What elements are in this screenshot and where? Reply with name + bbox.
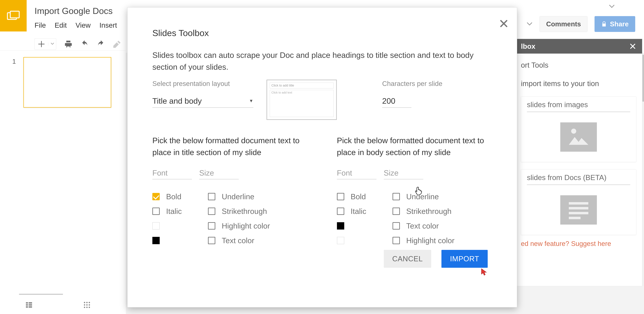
- filmstrip-indicator: [19, 294, 63, 295]
- image-placeholder-icon: [560, 122, 597, 152]
- card-create-from-images[interactable]: slides from images: [521, 96, 636, 162]
- body-underline-checkbox[interactable]: Underline: [392, 192, 492, 201]
- svg-rect-1: [10, 11, 19, 18]
- dialog-footer: CANCEL IMPORT: [384, 250, 488, 268]
- card-underline: [527, 112, 630, 112]
- body-size-input[interactable]: Size: [384, 168, 423, 179]
- bottom-view-controls: [25, 301, 91, 309]
- svg-point-2: [84, 302, 85, 303]
- menu-insert[interactable]: Insert: [100, 21, 117, 29]
- dialog-description: Slides toolbox can auto scrape your Doc …: [152, 49, 482, 73]
- title-swatch-light[interactable]: [152, 222, 160, 230]
- side-panel-header: lbox: [515, 39, 642, 54]
- side-panel-body: ort Tools import items to your tion slid…: [515, 54, 642, 255]
- checkbox-label: Strikethrough: [222, 207, 267, 216]
- checkbox-label: Underline: [222, 192, 254, 201]
- body-textcolor-checkbox[interactable]: Text color: [392, 222, 492, 230]
- document-title[interactable]: Import Google Docs: [34, 6, 113, 16]
- undo-icon[interactable]: [80, 40, 89, 48]
- chevron-down-icon[interactable]: [609, 4, 615, 8]
- toolbar-divider: [0, 50, 126, 51]
- close-icon[interactable]: [629, 43, 636, 50]
- paint-format-icon[interactable]: [113, 40, 121, 48]
- title-font-input[interactable]: Font: [152, 168, 192, 179]
- card-create-from-docs[interactable]: slides from Docs (BETA): [521, 169, 636, 235]
- print-icon[interactable]: [64, 40, 72, 48]
- title-textcolor-checkbox[interactable]: Text color: [208, 236, 308, 245]
- grid-view-icon[interactable]: [83, 301, 91, 309]
- body-highlight-checkbox[interactable]: Highlight color: [392, 236, 492, 245]
- title-swatch-dark[interactable]: [152, 237, 160, 244]
- app-brand: [0, 0, 27, 32]
- chevron-down-icon[interactable]: [526, 21, 532, 27]
- side-panel-scrollbar[interactable]: [642, 54, 644, 286]
- menu-file[interactable]: File: [34, 21, 46, 29]
- svg-point-11: [571, 129, 576, 134]
- svg-rect-13: [569, 207, 588, 210]
- scrollbar-thumb[interactable]: [642, 55, 644, 102]
- dialog-title: Slides Toolbox: [152, 28, 492, 38]
- title-highlight-checkbox[interactable]: Highlight color: [208, 222, 308, 230]
- title-section-heading: Pick the below formatted document text t…: [152, 134, 308, 158]
- title-underline-checkbox[interactable]: Underline: [208, 192, 308, 201]
- layout-label: Select presentation layout: [152, 80, 253, 88]
- share-button[interactable]: Share: [594, 16, 635, 32]
- layout-preview-title: Click to add title: [270, 82, 334, 88]
- checkbox-label: Italic: [166, 207, 182, 216]
- header-right: Comments Share: [526, 16, 635, 32]
- close-icon[interactable]: [500, 19, 508, 28]
- checkbox-label: Bold: [166, 192, 181, 201]
- redo-icon[interactable]: [97, 40, 105, 48]
- body-font-input[interactable]: Font: [337, 168, 376, 179]
- checkbox-label: Highlight color: [406, 236, 454, 245]
- import-button[interactable]: IMPORT: [442, 250, 488, 268]
- svg-rect-12: [569, 202, 588, 205]
- slide-thumbnail[interactable]: [24, 57, 111, 108]
- new-slide-button[interactable]: [34, 38, 56, 50]
- svg-point-9: [86, 307, 88, 308]
- layout-field: Select presentation layout Title and bod…: [152, 80, 253, 108]
- plus-icon: [37, 40, 46, 48]
- menu-view[interactable]: View: [76, 21, 90, 29]
- layout-select[interactable]: Title and body ▼: [152, 96, 253, 108]
- filmstrip-view-icon[interactable]: [25, 301, 33, 309]
- card-title-images: slides from images: [527, 100, 630, 109]
- checkbox-label: Text color: [406, 222, 439, 230]
- svg-point-7: [89, 304, 90, 306]
- arrow-cursor-icon: [481, 268, 488, 276]
- title-size-input[interactable]: Size: [199, 168, 239, 179]
- cps-input[interactable]: 200: [382, 96, 412, 108]
- title-strikethrough-checkbox[interactable]: Strikethrough: [208, 207, 308, 216]
- svg-point-3: [86, 302, 88, 303]
- layout-preview-body: Click to add text: [270, 90, 334, 117]
- title-bold-checkbox[interactable]: Bold: [152, 192, 206, 201]
- title-italic-checkbox[interactable]: Italic: [152, 207, 206, 216]
- side-section-label: ort Tools: [521, 61, 636, 70]
- side-intro-text: import items to your tion: [521, 78, 636, 89]
- checkbox-label: Bold: [351, 192, 366, 201]
- svg-point-6: [86, 304, 88, 306]
- slides-app-icon: [7, 11, 20, 21]
- layout-preview: Click to add title Click to add text: [266, 80, 337, 120]
- side-panel-title: lbox: [521, 42, 536, 50]
- svg-point-4: [89, 302, 90, 303]
- card-underline: [527, 184, 630, 185]
- comments-button[interactable]: Comments: [540, 16, 588, 32]
- menu-bar: File Edit View Insert: [34, 21, 117, 29]
- body-strikethrough-checkbox[interactable]: Strikethrough: [392, 207, 492, 216]
- body-swatch-dark[interactable]: [337, 222, 344, 230]
- suggest-feature-link[interactable]: ed new feature? Suggest here: [521, 240, 636, 248]
- cancel-button[interactable]: CANCEL: [384, 250, 431, 268]
- lock-icon: [601, 21, 607, 27]
- body-bold-checkbox[interactable]: Bold: [337, 192, 391, 201]
- chevron-down-icon: ▼: [249, 98, 253, 103]
- docs-text-icon: [560, 195, 597, 224]
- checkbox-label: Text color: [222, 236, 254, 245]
- body-italic-checkbox[interactable]: Italic: [337, 207, 391, 216]
- share-label: Share: [610, 20, 629, 28]
- menu-edit[interactable]: Edit: [54, 21, 67, 29]
- checkbox-label: Italic: [351, 207, 366, 216]
- body-swatch-light[interactable]: [337, 237, 344, 244]
- layout-select-value: Title and body: [152, 96, 202, 106]
- chevron-down-icon[interactable]: [48, 42, 54, 46]
